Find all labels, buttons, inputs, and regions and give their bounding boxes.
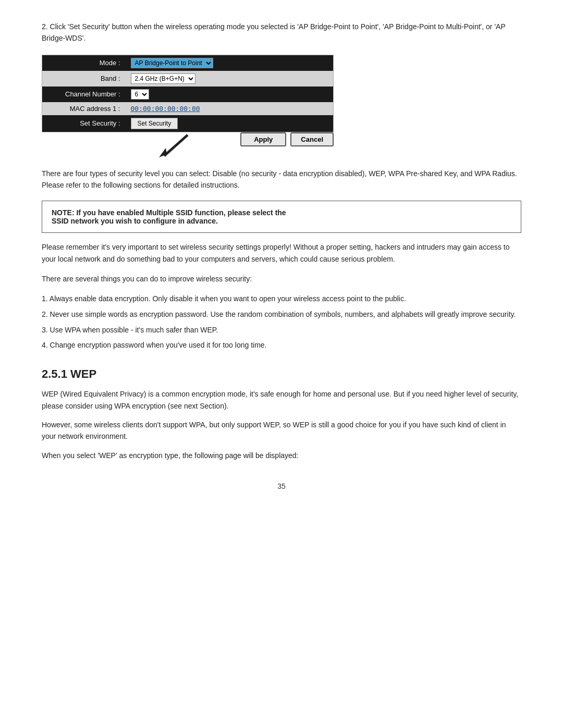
- intro-text: 2. Click 'Set Security' button when the …: [42, 21, 521, 44]
- tip-1: 1. Always enable data encryption. Only d…: [42, 293, 521, 305]
- mode-select[interactable]: AP Bridge-Point to Point: [131, 58, 213, 68]
- wep-para2: However, some wireless clients don't sup…: [42, 419, 521, 442]
- band-value[interactable]: 2.4 GHz (B+G+N): [126, 71, 334, 87]
- wep-para3: When you select 'WEP' as encryption type…: [42, 450, 521, 461]
- tips-list: 1. Always enable data encryption. Only d…: [42, 293, 521, 352]
- set-security-button[interactable]: Set Security: [131, 118, 178, 129]
- warning-text: Please remember it's very important to s…: [42, 241, 521, 266]
- wep-para1: WEP (Wired Equivalent Privacy) is a comm…: [42, 388, 521, 412]
- mode-value[interactable]: AP Bridge-Point to Point: [126, 55, 334, 71]
- set-security-row: Set Security : Set Security: [42, 115, 334, 132]
- set-security-cell: Set Security: [126, 115, 334, 132]
- channel-label: Channel Number :: [42, 87, 126, 102]
- mode-row: Mode : AP Bridge-Point to Point: [42, 55, 334, 71]
- section-heading: 2.5.1 WEP: [42, 367, 521, 381]
- svg-line-0: [164, 135, 188, 156]
- mac-row: MAC address 1 : 00:00:00:00:00:00: [42, 102, 334, 115]
- band-select[interactable]: 2.4 GHz (B+G+N): [131, 73, 195, 84]
- note-line1: NOTE: If you have enabled Multiple SSID …: [52, 208, 511, 217]
- description-text: There are four types of security level y…: [42, 168, 521, 191]
- config-table: Mode : AP Bridge-Point to Point Band : 2…: [42, 55, 334, 132]
- apply-button[interactable]: Apply: [240, 132, 286, 146]
- tip-2: 2. Never use simple words as encryption …: [42, 309, 521, 321]
- arrow-icon: [156, 132, 193, 158]
- mode-label: Mode :: [42, 55, 126, 71]
- cancel-button[interactable]: Cancel: [290, 132, 334, 146]
- set-security-label: Set Security :: [42, 115, 126, 132]
- tips-intro: There are several things you can do to i…: [42, 273, 521, 286]
- tip-3: 3. Use WPA when possible - it's much saf…: [42, 324, 521, 337]
- band-row: Band : 2.4 GHz (B+G+N): [42, 71, 334, 87]
- mac-address-text: 00:00:00:00:00:00: [131, 105, 200, 113]
- config-table-wrapper: Mode : AP Bridge-Point to Point Band : 2…: [42, 55, 521, 158]
- channel-row: Channel Number : 6: [42, 87, 334, 102]
- mac-value: 00:00:00:00:00:00: [126, 102, 334, 115]
- tip-4: 4. Change encryption password when you'v…: [42, 339, 521, 352]
- channel-value[interactable]: 6: [126, 87, 334, 102]
- note-line2: SSID network you wish to configure in ad…: [52, 217, 511, 225]
- note-box: NOTE: If you have enabled Multiple SSID …: [42, 201, 521, 233]
- mac-label: MAC address 1 :: [42, 102, 126, 115]
- band-label: Band :: [42, 71, 126, 87]
- arrow-area: Apply Cancel: [42, 132, 334, 158]
- page-number: 35: [42, 482, 521, 490]
- channel-select[interactable]: 6: [131, 89, 149, 100]
